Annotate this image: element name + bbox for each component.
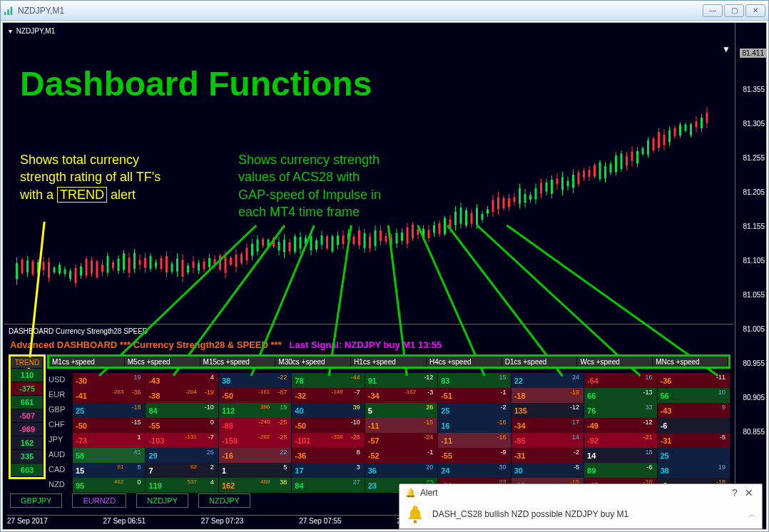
strength-cell[interactable]: -550 [146,418,218,433]
strength-cell[interactable]: -31-5 [658,433,730,448]
svg-rect-132 [358,230,360,245]
strength-cell[interactable]: 8427 [292,478,365,493]
svg-rect-160 [433,225,435,232]
strength-cell[interactable]: -49-12 [584,418,657,433]
alert-body: DASH_CS28 bullish NZD possible NZDJPY bu… [399,501,762,527]
chevron-down-icon[interactable]: ▾ [9,27,12,35]
svg-rect-188 [508,198,510,208]
strength-cell[interactable]: 25 [658,448,730,463]
strength-cell[interactable]: -11-15 [365,418,438,433]
strength-cell[interactable]: -1622 [219,448,292,463]
alert-close-button[interactable]: ✕ [742,487,756,498]
strength-cell[interactable]: -159-25-262 [219,433,292,448]
svg-rect-216 [583,171,585,177]
strength-cell[interactable]: -92-21 [584,433,657,448]
strength-cell[interactable]: 84-10 [146,403,218,418]
strength-cell[interactable]: 38-22 [219,373,292,388]
maximize-button[interactable]: ▢ [724,4,744,17]
svg-rect-78 [214,260,216,265]
trend-cell: 162 [11,436,43,449]
pair-button[interactable]: NZDJPY [136,493,188,508]
strength-cell[interactable]: -52-1 [365,448,438,463]
svg-rect-36 [101,265,103,272]
svg-rect-58 [161,258,163,269]
strength-cell[interactable]: 66-13 [584,388,657,403]
strength-cell[interactable]: 4039 [292,403,365,418]
strength-cell[interactable]: 7262 [146,463,218,478]
chevron-up-icon[interactable]: ︿ [748,509,756,520]
strength-cell[interactable]: -6 [658,418,730,433]
strength-cell[interactable]: -57-24 [365,433,438,448]
svg-rect-164 [444,218,446,234]
strength-cell[interactable]: 15861 [73,463,146,478]
strength-cell[interactable]: 950482 [73,478,146,493]
window-title: NZDJPY,M1 [18,6,64,16]
strength-cell[interactable]: -8514 [511,433,584,448]
strength-cell[interactable]: 89-6 [584,463,657,478]
currency-label: USD [47,373,73,388]
strength-cell[interactable]: -36-11 [658,373,730,388]
strength-cell[interactable]: 135-12 [511,403,584,418]
strength-cell[interactable]: -50-10 [292,418,365,433]
strength-cell[interactable]: 3819 [658,463,730,478]
strength-cell[interactable]: -88-25-248 [219,418,292,433]
strength-cell[interactable]: -439 [658,403,730,418]
price-tick: 81.355 [743,86,765,93]
strength-cell[interactable]: 25-18 [73,403,146,418]
strength-cell[interactable]: 5841 [73,448,146,463]
strength-cell[interactable]: 16-16 [438,418,511,433]
chart-area[interactable]: ▾ NZDJPY,M1 ▼ Dashboard Functions Shows … [2,22,767,530]
svg-rect-82 [225,257,227,273]
strength-cell[interactable]: -3019 [73,373,146,388]
strength-cell[interactable]: 3620 [365,463,438,478]
strength-cell[interactable]: 2224 [511,373,584,388]
strength-cell[interactable]: 5610 [658,388,730,403]
strength-cell[interactable]: -51-1 [438,388,511,403]
minimize-button[interactable]: — [703,4,723,17]
pair-button[interactable]: EURNZD [72,493,126,508]
strength-cell[interactable]: -731 [73,433,146,448]
titlebar[interactable]: NZDJPY,M1 — ▢ ✕ [1,1,768,21]
strength-cell[interactable]: 526 [365,403,438,418]
pair-button[interactable]: GBPJPY [10,493,62,508]
svg-rect-260 [701,118,703,128]
pair-button[interactable]: NZDJPY [198,493,250,508]
strength-cell[interactable]: -50-87-161 [219,388,292,403]
strength-cell[interactable]: 25-2 [438,403,511,418]
svg-rect-172 [465,210,467,225]
strength-cell[interactable]: -55-9 [438,448,511,463]
strength-cell[interactable]: -32-7-148 [292,388,365,403]
strength-cell[interactable]: -434 [146,373,218,388]
strength-cell[interactable]: 8315 [438,373,511,388]
strength-cell[interactable]: -18-19 [511,388,584,403]
strength-cell[interactable]: 30-5 [511,463,584,478]
strength-cell[interactable]: -11-16 [438,433,511,448]
strength-cell[interactable]: -368 [292,448,365,463]
strength-cell[interactable]: -31-2 [511,448,584,463]
strength-cell[interactable]: 7633 [584,403,657,418]
strength-cell[interactable]: -41-36-283 [73,388,146,403]
strength-cell[interactable]: 1194537 [146,478,218,493]
strength-cell[interactable]: 2430 [438,463,511,478]
close-button[interactable]: ✕ [745,4,765,17]
strength-cell[interactable]: 1418 [584,448,657,463]
alert-dialog[interactable]: 🔔 Alert ? ✕ DASH_CS28 bullish NZD possib… [399,484,763,529]
currency-label: NZD [47,478,73,493]
strength-cell[interactable]: -38-19-204 [146,388,218,403]
strength-cell[interactable]: -103-7-131 [146,433,218,448]
alert-help-button[interactable]: ? [728,487,742,498]
alert-titlebar[interactable]: 🔔 Alert ? ✕ [399,484,762,501]
strength-cell[interactable]: -101-28-338 [292,433,365,448]
strength-cell[interactable]: -3417 [511,418,584,433]
strength-cell[interactable]: 78-44 [292,373,365,388]
strength-cell[interactable]: 91-12 [365,373,438,388]
strength-cell[interactable]: 15 [219,463,292,478]
strength-cell[interactable]: -50-15 [73,418,146,433]
strength-cell[interactable]: -34-3-162 [365,388,438,403]
strength-cell[interactable]: -6416 [584,373,657,388]
svg-rect-258 [696,121,698,127]
strength-cell[interactable]: 11215396 [219,403,292,418]
strength-cell[interactable]: 2926 [146,448,218,463]
strength-cell[interactable]: 173 [292,463,365,478]
strength-cell[interactable]: 16238489 [219,478,292,493]
